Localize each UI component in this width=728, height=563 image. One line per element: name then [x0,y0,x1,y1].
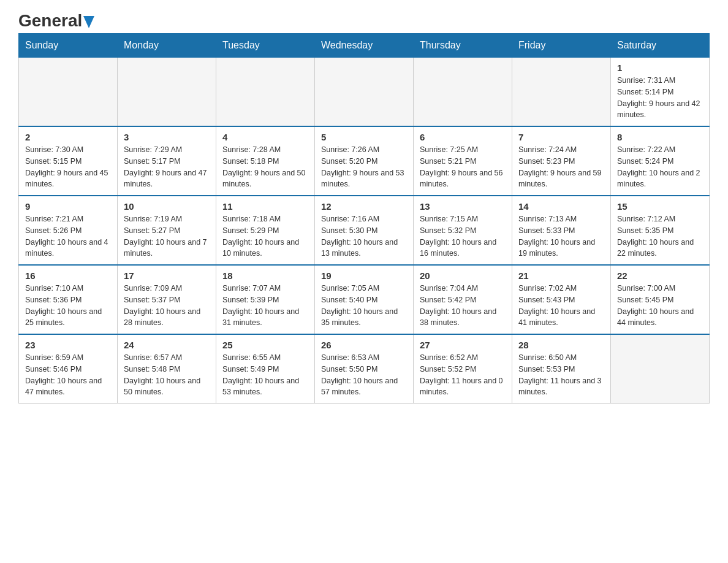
calendar-day-cell [118,58,216,127]
day-info: Sunrise: 6:53 AM Sunset: 5:50 PM Dayligh… [321,352,407,398]
day-info: Sunrise: 6:55 AM Sunset: 5:49 PM Dayligh… [222,352,308,398]
day-info: Sunrise: 7:09 AM Sunset: 5:37 PM Dayligh… [124,283,210,329]
day-number: 24 [124,340,210,350]
calendar-header-row: SundayMondayTuesdayWednesdayThursdayFrid… [19,34,710,58]
day-info: Sunrise: 7:16 AM Sunset: 5:30 PM Dayligh… [321,213,407,259]
day-number: 25 [222,340,308,350]
day-number: 6 [420,132,506,142]
day-info: Sunrise: 7:26 AM Sunset: 5:20 PM Dayligh… [321,144,407,190]
day-number: 12 [321,201,407,212]
day-number: 10 [124,201,210,212]
calendar-day-cell: 12Sunrise: 7:16 AM Sunset: 5:30 PM Dayli… [315,196,414,265]
logo-general-text: General [18,11,82,30]
day-info: Sunrise: 7:30 AM Sunset: 5:15 PM Dayligh… [25,144,111,190]
day-number: 21 [518,270,604,281]
day-info: Sunrise: 6:52 AM Sunset: 5:52 PM Dayligh… [420,352,506,398]
day-of-week-header: Thursday [414,34,512,58]
day-info: Sunrise: 7:21 AM Sunset: 5:26 PM Dayligh… [25,213,111,259]
calendar-day-cell: 21Sunrise: 7:02 AM Sunset: 5:43 PM Dayli… [512,265,611,334]
calendar-day-cell: 28Sunrise: 6:50 AM Sunset: 5:53 PM Dayli… [512,334,611,404]
day-info: Sunrise: 7:25 AM Sunset: 5:21 PM Dayligh… [420,144,506,190]
day-number: 19 [321,270,407,281]
calendar-day-cell: 18Sunrise: 7:07 AM Sunset: 5:39 PM Dayli… [216,265,315,334]
day-info: Sunrise: 7:22 AM Sunset: 5:24 PM Dayligh… [617,144,703,190]
calendar-day-cell: 27Sunrise: 6:52 AM Sunset: 5:52 PM Dayli… [414,334,512,404]
calendar-day-cell: 26Sunrise: 6:53 AM Sunset: 5:50 PM Dayli… [315,334,414,404]
calendar-day-cell [512,58,611,127]
day-number: 26 [321,340,407,350]
calendar-table: SundayMondayTuesdayWednesdayThursdayFrid… [18,33,710,404]
calendar-day-cell: 25Sunrise: 6:55 AM Sunset: 5:49 PM Dayli… [216,334,315,404]
calendar-week-row: 2Sunrise: 7:30 AM Sunset: 5:15 PM Daylig… [19,126,710,196]
day-info: Sunrise: 7:24 AM Sunset: 5:23 PM Dayligh… [518,144,604,190]
day-number: 27 [420,340,506,350]
day-number: 16 [25,270,111,281]
logo: General [18,12,94,27]
day-info: Sunrise: 7:02 AM Sunset: 5:43 PM Dayligh… [518,283,604,329]
calendar-week-row: 1Sunrise: 7:31 AM Sunset: 5:14 PM Daylig… [19,58,710,127]
calendar-day-cell: 15Sunrise: 7:12 AM Sunset: 5:35 PM Dayli… [611,196,710,265]
day-info: Sunrise: 7:10 AM Sunset: 5:36 PM Dayligh… [25,283,111,329]
day-info: Sunrise: 7:13 AM Sunset: 5:33 PM Dayligh… [518,213,604,259]
day-number: 17 [124,270,210,281]
calendar-week-row: 16Sunrise: 7:10 AM Sunset: 5:36 PM Dayli… [19,265,710,334]
calendar-day-cell: 7Sunrise: 7:24 AM Sunset: 5:23 PM Daylig… [512,126,611,196]
day-of-week-header: Monday [118,34,216,58]
day-info: Sunrise: 7:15 AM Sunset: 5:32 PM Dayligh… [420,213,506,259]
calendar-day-cell: 8Sunrise: 7:22 AM Sunset: 5:24 PM Daylig… [611,126,710,196]
day-of-week-header: Sunday [19,34,118,58]
day-number: 20 [420,270,506,281]
day-number: 2 [25,132,111,142]
day-number: 7 [518,132,604,142]
day-number: 28 [518,340,604,350]
day-number: 4 [222,132,308,142]
calendar-day-cell: 6Sunrise: 7:25 AM Sunset: 5:21 PM Daylig… [414,126,512,196]
day-info: Sunrise: 7:07 AM Sunset: 5:39 PM Dayligh… [222,283,308,329]
day-of-week-header: Tuesday [216,34,315,58]
day-info: Sunrise: 7:18 AM Sunset: 5:29 PM Dayligh… [222,213,308,259]
calendar-day-cell: 19Sunrise: 7:05 AM Sunset: 5:40 PM Dayli… [315,265,414,334]
day-info: Sunrise: 7:28 AM Sunset: 5:18 PM Dayligh… [222,144,308,190]
day-of-week-header: Saturday [611,34,710,58]
day-number: 22 [617,270,703,281]
day-number: 1 [617,63,703,73]
calendar-day-cell: 4Sunrise: 7:28 AM Sunset: 5:18 PM Daylig… [216,126,315,196]
calendar-day-cell: 20Sunrise: 7:04 AM Sunset: 5:42 PM Dayli… [414,265,512,334]
day-number: 23 [25,340,111,350]
day-info: Sunrise: 7:04 AM Sunset: 5:42 PM Dayligh… [420,283,506,329]
calendar-day-cell: 3Sunrise: 7:29 AM Sunset: 5:17 PM Daylig… [118,126,216,196]
calendar-day-cell: 10Sunrise: 7:19 AM Sunset: 5:27 PM Dayli… [118,196,216,265]
day-number: 3 [124,132,210,142]
logo-arrow-icon [83,16,94,28]
day-info: Sunrise: 6:50 AM Sunset: 5:53 PM Dayligh… [518,352,604,398]
day-number: 13 [420,201,506,212]
calendar-day-cell: 1Sunrise: 7:31 AM Sunset: 5:14 PM Daylig… [611,58,710,127]
calendar-day-cell: 24Sunrise: 6:57 AM Sunset: 5:48 PM Dayli… [118,334,216,404]
calendar-day-cell [414,58,512,127]
day-number: 8 [617,132,703,142]
page-header: General [18,12,710,27]
day-number: 5 [321,132,407,142]
day-info: Sunrise: 7:29 AM Sunset: 5:17 PM Dayligh… [124,144,210,190]
day-info: Sunrise: 7:12 AM Sunset: 5:35 PM Dayligh… [617,213,703,259]
day-info: Sunrise: 7:05 AM Sunset: 5:40 PM Dayligh… [321,283,407,329]
calendar-day-cell [216,58,315,127]
day-number: 15 [617,201,703,212]
day-of-week-header: Friday [512,34,611,58]
calendar-day-cell: 17Sunrise: 7:09 AM Sunset: 5:37 PM Dayli… [118,265,216,334]
calendar-day-cell: 2Sunrise: 7:30 AM Sunset: 5:15 PM Daylig… [19,126,118,196]
day-of-week-header: Wednesday [315,34,414,58]
calendar-day-cell [611,334,710,404]
day-info: Sunrise: 7:19 AM Sunset: 5:27 PM Dayligh… [124,213,210,259]
calendar-day-cell: 13Sunrise: 7:15 AM Sunset: 5:32 PM Dayli… [414,196,512,265]
calendar-day-cell [315,58,414,127]
calendar-day-cell: 16Sunrise: 7:10 AM Sunset: 5:36 PM Dayli… [19,265,118,334]
calendar-day-cell: 22Sunrise: 7:00 AM Sunset: 5:45 PM Dayli… [611,265,710,334]
calendar-week-row: 9Sunrise: 7:21 AM Sunset: 5:26 PM Daylig… [19,196,710,265]
day-number: 18 [222,270,308,281]
day-info: Sunrise: 7:31 AM Sunset: 5:14 PM Dayligh… [617,75,703,121]
calendar-week-row: 23Sunrise: 6:59 AM Sunset: 5:46 PM Dayli… [19,334,710,404]
day-number: 9 [25,201,111,212]
calendar-day-cell: 11Sunrise: 7:18 AM Sunset: 5:29 PM Dayli… [216,196,315,265]
calendar-day-cell: 9Sunrise: 7:21 AM Sunset: 5:26 PM Daylig… [19,196,118,265]
